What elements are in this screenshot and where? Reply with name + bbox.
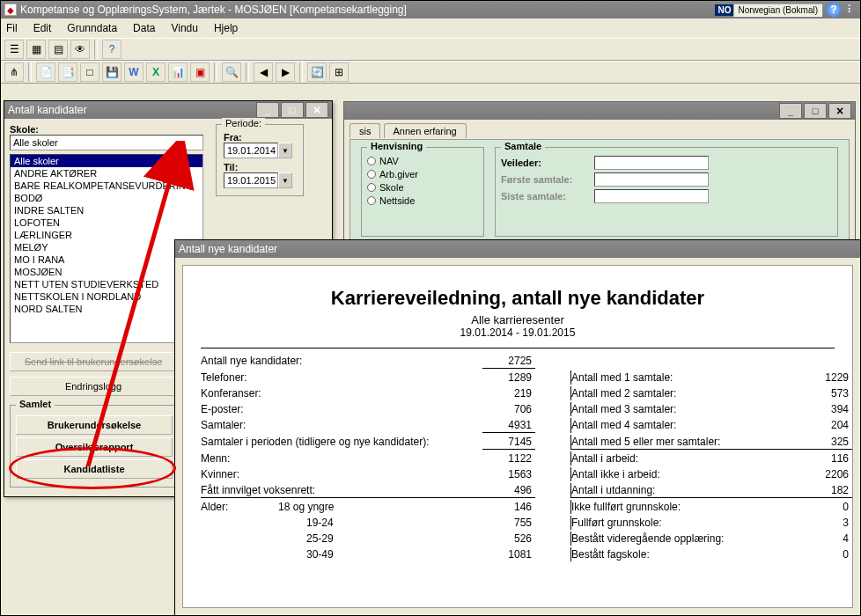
bg-window: _ □ × sis Annen erfaring Henvisning NAV … — [343, 101, 856, 260]
ak-titlebar: Antall kandidater _ □ × — [4, 101, 332, 119]
report-win-title: Antall nye kandidater — [179, 243, 277, 255]
ak-maximize-button[interactable]: □ — [281, 102, 304, 118]
close-button[interactable]: × — [828, 103, 851, 119]
tool-excel-icon[interactable]: X — [146, 62, 166, 82]
fra-label: Fra: — [224, 132, 296, 143]
report-range: 19.01.2014 - 19.01.2015 — [201, 326, 835, 339]
tool-list-icon[interactable]: ☰ — [4, 40, 24, 59]
tool-search-icon[interactable]: 🔍 — [222, 62, 241, 82]
list-item[interactable]: BARE REALKOMPETANSEVURDERING — [11, 180, 202, 192]
siste-label: Siste samtale: — [501, 191, 589, 202]
tool-chart-icon[interactable]: 📊 — [168, 62, 188, 82]
report-title: Karriereveiledning, antall nye kandidate… — [201, 287, 835, 310]
radio-nav[interactable]: NAV — [367, 156, 478, 166]
radio-skole[interactable]: Skole — [367, 182, 478, 193]
tool-prev-icon[interactable]: ◀ — [254, 62, 273, 82]
menubar: Fil Edit Grunndata Data Vindu Hjelp — [1, 18, 860, 38]
tab-annen[interactable]: Annen erfaring — [384, 123, 467, 138]
minimize-button[interactable]: _ — [779, 103, 802, 119]
forste-input[interactable] — [594, 172, 709, 187]
forste-label: Første samtale: — [501, 174, 589, 185]
pin-icon[interactable]: ⠇ — [845, 4, 857, 16]
radio-arbgiver[interactable]: Arb.giver — [367, 169, 478, 180]
tool-notes-icon[interactable]: ▤ — [48, 40, 68, 59]
bg-content: Henvisning NAV Arb.giver Skole Nettside … — [350, 139, 850, 245]
radio-nettside[interactable]: Nettside — [367, 195, 478, 206]
report-body: Karriereveiledning, antall nye kandidate… — [182, 265, 853, 608]
toolbar-2: ⋔ 📄 📑 □ 💾 W X 📊 ▣ 🔍 ◀ ▶ 🔄 ⊞ — [1, 61, 860, 84]
tool-refresh-icon[interactable]: 🔄 — [307, 62, 327, 82]
siste-input[interactable] — [594, 189, 709, 203]
ak-close-button[interactable]: × — [305, 102, 328, 118]
lang-flag[interactable]: NO — [715, 4, 733, 16]
report-titlebar: Antall nye kandidater — [175, 240, 860, 258]
list-item[interactable]: INDRE SALTEN — [11, 204, 202, 216]
veileder-input[interactable] — [594, 156, 709, 170]
ak-minimize-button[interactable]: _ — [256, 102, 279, 118]
tool-new-icon[interactable]: □ — [80, 62, 99, 82]
endringslogg-button[interactable]: Endringslogg — [10, 377, 177, 396]
tool-grid-icon[interactable]: ▦ — [26, 40, 46, 59]
henvisning-legend: Henvisning — [367, 141, 426, 151]
brukerundersokelse-button[interactable]: Brukerundersøkelse — [16, 415, 173, 435]
list-item[interactable]: LOFOTEN — [11, 216, 202, 229]
menu-data[interactable]: Data — [133, 22, 155, 34]
menu-fil[interactable]: Fil — [6, 22, 18, 34]
til-dropdown-icon[interactable]: ▼ — [278, 172, 292, 188]
app-title: Kompetanse og OpplæringsSystem, Jærtek -… — [20, 4, 407, 16]
list-item[interactable]: ANDRE AKTØRER — [11, 167, 202, 180]
skole-input[interactable]: Alle skoler — [10, 135, 203, 150]
bg-titlebar: _ □ × — [344, 102, 855, 120]
tool-help-icon[interactable]: ? — [102, 40, 121, 59]
tool-word-icon[interactable]: W — [124, 62, 144, 82]
send-link-button[interactable]: Send link til brukerundersøkelse — [10, 352, 177, 371]
periode-group: Periode: Fra: 19.01.2014 ▼ Til: 19.01.20… — [216, 124, 304, 196]
fra-dropdown-icon[interactable]: ▼ — [278, 143, 292, 158]
list-item[interactable]: Alle skoler — [11, 155, 202, 167]
maximize-button[interactable]: □ — [804, 103, 827, 119]
list-item[interactable]: BODØ — [11, 192, 202, 204]
veileder-label: Veileder: — [501, 158, 589, 168]
tool-pdf-icon[interactable]: ▣ — [190, 62, 210, 82]
ak-title: Antall kandidater — [8, 104, 86, 116]
tool-binoculars-icon[interactable]: 👁 — [70, 40, 90, 59]
lang-name[interactable]: Norwegian (Bokmal) — [733, 4, 822, 17]
report-window: Antall nye kandidater Karriereveiledning… — [174, 239, 861, 616]
tool-save-icon[interactable]: 💾 — [102, 62, 121, 82]
main-titlebar: Kompetanse og OpplæringsSystem, Jærtek -… — [1, 1, 860, 18]
samtale-group: Samtale Veileder: Første samtale: Siste … — [495, 147, 838, 237]
bg-tabs: sis Annen erfaring — [344, 120, 855, 139]
fra-date[interactable]: 19.01.2014 — [224, 143, 278, 158]
kandidatliste-button[interactable]: Kandidatliste — [16, 459, 173, 479]
samtale-legend: Samtale — [501, 141, 545, 151]
report-subtitle: Alle karrieresenter — [201, 313, 835, 326]
samlet-legend: Samlet — [16, 399, 55, 409]
oversiktsrapport-button[interactable]: Oversiktsrapport — [16, 437, 173, 457]
help-icon[interactable]: ? — [826, 2, 842, 18]
henvisning-group: Henvisning NAV Arb.giver Skole Nettside — [361, 147, 484, 237]
menu-grunndata[interactable]: Grunndata — [67, 22, 117, 34]
report-table: Antall nye kandidater:2725 Telefoner:128… — [201, 354, 835, 561]
tool-doc2-icon[interactable]: 📑 — [58, 62, 77, 82]
tool-tree-icon[interactable]: ⋔ — [4, 62, 24, 82]
til-label: Til: — [224, 162, 296, 172]
tool-misc-icon[interactable]: ⊞ — [329, 62, 349, 82]
menu-edit[interactable]: Edit — [33, 22, 52, 34]
menu-vindu[interactable]: Vindu — [171, 22, 197, 34]
tab-sis[interactable]: sis — [350, 123, 380, 138]
app-icon — [4, 4, 17, 16]
tool-doc1-icon[interactable]: 📄 — [36, 62, 55, 82]
tool-next-icon[interactable]: ▶ — [276, 62, 295, 82]
til-date[interactable]: 19.01.2015 — [224, 172, 278, 188]
periode-legend: Periode: — [222, 118, 265, 128]
menu-hjelp[interactable]: Hjelp — [214, 22, 238, 34]
toolbar-1: ☰ ▦ ▤ 👁 ? — [1, 38, 860, 61]
